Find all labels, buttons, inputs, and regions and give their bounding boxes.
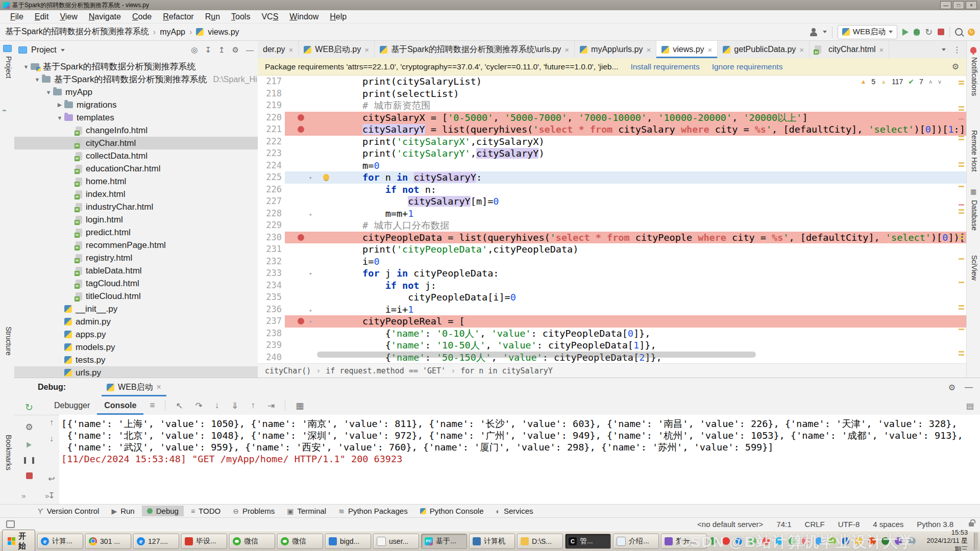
code-line-236[interactable]: 236▴ i=i+1 [258, 304, 966, 316]
close-tab-icon[interactable]: × [565, 45, 569, 54]
fold-marker-icon[interactable]: ▴ [309, 208, 312, 220]
tree-item-login.html[interactable]: login.html [14, 213, 258, 226]
settings-wrench-icon[interactable]: ⚙ [25, 422, 33, 433]
tray-icon[interactable] [749, 537, 756, 545]
taskbar-button-[interactable]: 微信 [277, 534, 323, 549]
prev-problem-icon[interactable]: ∧ [928, 79, 933, 85]
code-line-222[interactable]: 222 print('citySalaryX',citySalaryX) [258, 136, 966, 148]
editor-tab-views.py[interactable]: views.py× [656, 41, 718, 58]
tree-item-home.html[interactable]: home.html [14, 175, 258, 188]
breakpoint-icon[interactable] [298, 318, 304, 324]
force-step-into-icon[interactable]: ⇓ [231, 400, 238, 411]
project-panel-title[interactable]: Project [31, 45, 57, 55]
menu-run[interactable]: Run [200, 11, 225, 22]
tray-icon[interactable] [789, 537, 796, 545]
tool-window-button-version-control[interactable]: ϒVersion Control [33, 506, 104, 516]
menu-refactor[interactable]: Refactor [158, 11, 199, 22]
menu-vcs[interactable]: VCS [256, 11, 283, 22]
horizontal-scrollbar[interactable] [317, 352, 756, 358]
rerun-button[interactable]: ↻ [925, 28, 933, 37]
tree-item-registry.html[interactable]: registry.html [14, 252, 258, 264]
editor-tab-getPublicData.py[interactable]: getPublicData.py× [718, 41, 810, 58]
code-line-220[interactable]: 220 citySalaryX = ['0-5000', '5000-7000'… [258, 112, 966, 124]
tray-icon[interactable] [736, 537, 743, 545]
status-item[interactable]: CRLF [805, 520, 825, 529]
tool-window-button-todo[interactable]: ≡TODO [186, 506, 226, 516]
updates-icon[interactable]: ↻ [968, 29, 975, 36]
breadcrumb-item[interactable]: views.py [208, 28, 239, 37]
fold-marker-icon[interactable]: ▾ [309, 172, 312, 184]
code-line-234[interactable]: 234 if not j: [258, 280, 966, 292]
tree-item-urls.py[interactable]: urls.py [14, 366, 258, 378]
tree-item-collectData.html[interactable]: collectData.html [14, 149, 258, 162]
taskbar-button-[interactable]: 介绍... [613, 534, 659, 549]
close-tab-icon[interactable]: × [799, 45, 804, 54]
tree-item-models.py[interactable]: models.py [14, 341, 258, 354]
tray-icon[interactable] [895, 537, 902, 545]
stop-process-icon[interactable] [26, 472, 33, 479]
taskbar-button-[interactable]: 梦升... [661, 534, 707, 549]
pause-program-icon[interactable] [24, 457, 34, 464]
status-item[interactable]: 74:1 [776, 520, 791, 529]
menu-edit[interactable]: Edit [30, 11, 54, 22]
expand-all-icon[interactable]: ↧ [205, 45, 211, 55]
tree-item-tableData.html[interactable]: tableData.html [14, 264, 258, 277]
down-stack-trace-icon[interactable]: ↓ [50, 434, 54, 443]
collapse-all-icon[interactable]: ↥ [218, 45, 225, 55]
taskbar-button-user[interactable]: user... [373, 534, 419, 549]
tree-item-educationChar.html[interactable]: educationChar.html [14, 162, 258, 175]
hide-debug-panel-icon[interactable]: — [965, 383, 973, 392]
editor-tab---Spark--------------urls.py[interactable]: 基于Spark的招聘数据分析预测推荐系统\urls.py× [375, 41, 575, 58]
inspections-widget[interactable]: ▲5▲117✔7∧∨ [857, 77, 945, 86]
project-tool-icon[interactable] [3, 45, 12, 52]
tool-window-button-remote-host[interactable]: Remote Host [970, 130, 978, 172]
tray-icon[interactable] [775, 537, 783, 545]
tool-window-button-problems[interactable]: ⊖Problems [228, 506, 280, 516]
search-everywhere-icon[interactable] [955, 28, 963, 36]
tree-item-tests.py[interactable]: tests.py [14, 354, 258, 366]
tree-item-cityChar.html[interactable]: cityChar.html [14, 137, 258, 149]
resume-program-icon[interactable] [27, 442, 32, 447]
user-account-icon[interactable] [810, 28, 818, 36]
breakpoint-icon[interactable] [298, 114, 304, 121]
tab-options-icon[interactable]: ⋮ [953, 45, 961, 55]
tray-icon[interactable] [855, 537, 863, 545]
tray-icon[interactable] [868, 537, 876, 545]
tree-item-changeInfo.html[interactable]: changeInfo.html [14, 124, 258, 137]
evaluate-expression-icon[interactable]: ▦ [296, 400, 304, 411]
hidden-tabs-icon[interactable] [942, 48, 946, 51]
fold-marker-icon[interactable]: ▾ [309, 316, 312, 328]
taskbar-button-[interactable]: 计算机 [469, 534, 515, 549]
chevron-down-icon[interactable] [61, 49, 65, 52]
code-line-233[interactable]: 233▾ for j in cityPeopleData: [258, 267, 966, 280]
stop-button[interactable] [938, 29, 944, 35]
tool-window-button-python-console[interactable]: Python Console [415, 506, 489, 516]
tree-item-index.html[interactable]: index.html [14, 188, 258, 201]
tree-item-myApp[interactable]: ▼myApp [14, 86, 258, 98]
tool-window-toggle-icon[interactable] [6, 520, 15, 528]
taskbar-clock[interactable]: 15:53 2024/12/11 星期三 [922, 529, 972, 551]
code-line-239[interactable]: 239 {'name': '10-50人', 'value': cityPeop… [258, 339, 966, 352]
banner-settings-gear-icon[interactable]: ⚙ [952, 62, 959, 71]
tool-window-button-python-packages[interactable]: ≋Python Packages [333, 506, 412, 516]
locate-file-icon[interactable]: ◎ [191, 45, 198, 55]
tray-icon[interactable] [881, 537, 889, 545]
tree-expand-icon[interactable]: ▶ [55, 102, 64, 108]
editor-tab-cityChar.html[interactable]: cityChar.html× [810, 41, 889, 58]
taskbar-button-bigd[interactable]: bigd... [325, 534, 371, 549]
tray-icon[interactable] [828, 537, 836, 545]
tray-icon[interactable] [802, 537, 810, 545]
tool-window-button-debug[interactable]: Debug [142, 506, 184, 516]
tree-item-migrations[interactable]: ▶migrations [14, 98, 258, 111]
close-tab-icon[interactable]: × [708, 45, 713, 54]
tree-item-admin.py[interactable]: admin.py [14, 315, 258, 328]
tree-item-titleCloud.html[interactable]: titleCloud.html [14, 290, 258, 303]
run-configuration-select[interactable]: WEB启动 [838, 25, 897, 39]
code-line-221[interactable]: 221 citySalaryY = list(queryhives('selec… [258, 123, 966, 136]
next-problem-icon[interactable]: ∨ [938, 79, 942, 85]
tree-item-industryChar.html[interactable]: industryChar.html [14, 201, 258, 213]
minimize-button[interactable]: — [940, 1, 951, 9]
code-line-230[interactable]: 230 cityPeopleData = list(queryhives('se… [258, 232, 966, 244]
breakpoint-icon[interactable] [298, 126, 304, 133]
more-actions-chevron-icon[interactable]: » [21, 491, 26, 500]
